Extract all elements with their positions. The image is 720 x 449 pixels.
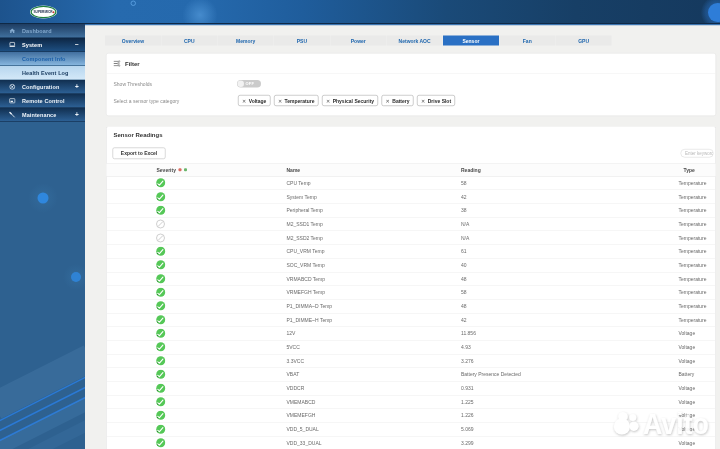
svg-text:Avito: Avito — [643, 408, 709, 440]
svg-text:SUPERMICR: SUPERMICR — [34, 10, 54, 14]
